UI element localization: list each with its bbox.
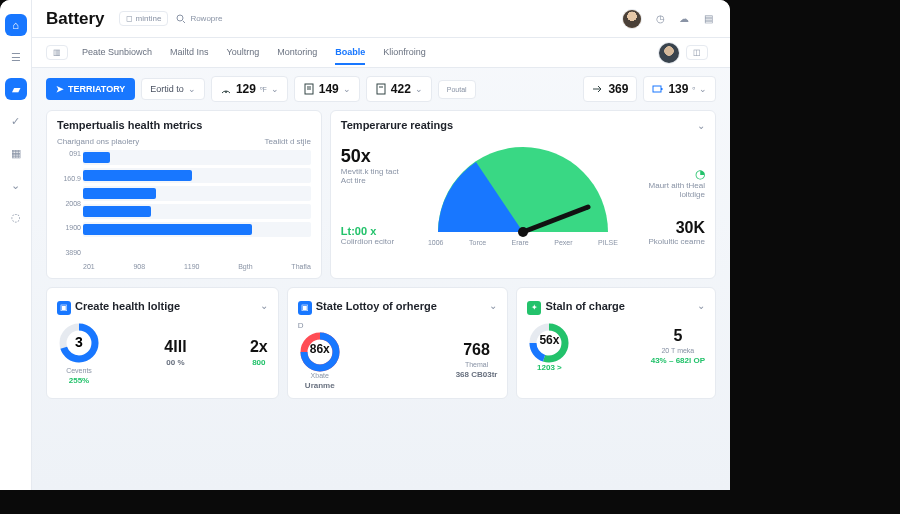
- cloud-icon[interactable]: ☁: [676, 11, 692, 27]
- nav-grid-icon[interactable]: ▦: [5, 142, 27, 164]
- svg-rect-8: [653, 86, 661, 92]
- tab-5[interactable]: Klionfroing: [383, 41, 426, 65]
- brand-title: Battery: [46, 9, 105, 29]
- metric-4[interactable]: 369: [583, 76, 637, 102]
- gauge-right-top: Maurt aith tHeal loltdige: [635, 181, 705, 199]
- card-icon: ▣: [57, 301, 71, 315]
- gauge-icon: [220, 83, 232, 95]
- svg-rect-6: [377, 84, 385, 94]
- card-icon: ▣: [298, 301, 312, 315]
- status-chip[interactable]: ◻ mintine: [119, 11, 169, 26]
- battery-icon: [652, 83, 664, 95]
- signal-icon: ◔: [635, 167, 705, 181]
- sidebar: ⌂ ☰ ▰ ✓ ▦ ⌄ ◌: [0, 0, 32, 490]
- tabs-row: ▥ Peate Sunbiowch Mailtd Ins Youltrng Mo…: [32, 38, 730, 68]
- metric-value: 768: [463, 341, 490, 359]
- card-create-health: ▣Create health loltige ⌄ 3 Cevents 255%: [46, 287, 279, 399]
- tab-config-chip[interactable]: ◫: [686, 45, 708, 60]
- tab-2[interactable]: Youltrng: [227, 41, 260, 65]
- svg-rect-9: [661, 88, 663, 90]
- metric-value: 5: [673, 327, 682, 345]
- svg-point-2: [225, 91, 227, 93]
- doc-icon: [303, 83, 315, 95]
- nav-check-icon[interactable]: ✓: [5, 110, 27, 132]
- card-temperature-readings: Temperarure reatings ⌄ 50x Mevtit.k ting…: [330, 110, 716, 279]
- expand-icon[interactable]: ⌄: [697, 120, 705, 131]
- search-input[interactable]: Rowopre: [176, 14, 222, 24]
- gauge-main-sub: Mevtit.k ting tact Act tire: [341, 167, 411, 185]
- card-state-lottoy: ▣State Lottoy of orherge ⌄ D 86x Xbate: [287, 287, 509, 399]
- card-icon: ✦: [527, 301, 541, 315]
- card-state-charge: ✦Staln of charge ⌄ 56x 1203 >: [516, 287, 716, 399]
- tab-1[interactable]: Mailtd Ins: [170, 41, 209, 65]
- card-title: Tempertualis health metrics: [57, 119, 202, 131]
- tabs: Peate Sunbiowch Mailtd Ins Youltrng Mont…: [82, 41, 426, 65]
- gauge-left-tag: Lt:00 x: [341, 225, 411, 237]
- card-health-metrics: Tempertualis health metrics Charigand on…: [46, 110, 322, 279]
- settings-icon[interactable]: ▤: [700, 11, 716, 27]
- gauge-right-value: 30K: [635, 219, 705, 237]
- gauge-left-sub: Colirdion ecitor: [341, 237, 411, 246]
- metric-1[interactable]: 149⌄: [294, 76, 360, 102]
- chevron-down-icon[interactable]: ⌄: [260, 300, 268, 311]
- svg-point-0: [177, 15, 183, 21]
- svg-line-1: [183, 21, 185, 23]
- gauge-right-sub: Pkolultic cearne: [635, 237, 705, 246]
- card-sub-right: Tealidt d stjle: [265, 137, 311, 146]
- metric-value: 2x: [250, 338, 268, 356]
- nav-home-icon[interactable]: ⌂: [5, 14, 27, 36]
- metric-5[interactable]: 139º⌄: [643, 76, 716, 102]
- metric-value: 4Ill: [164, 338, 186, 356]
- donut-chart: 3: [57, 321, 101, 365]
- arrow-icon: [592, 83, 604, 95]
- nav-more-icon[interactable]: ◌: [5, 206, 27, 228]
- toolbar: ➤ TERRIATORY Eortid to ⌄ 129ºF⌄ 149⌄ 422…: [32, 68, 730, 110]
- filter-dropdown[interactable]: Eortid to ⌄: [141, 78, 205, 100]
- card-title: Temperarure reatings: [341, 119, 453, 131]
- card-sub-left: Charigand ons plaolery: [57, 137, 139, 146]
- tab-0[interactable]: Peate Sunbiowch: [82, 41, 152, 65]
- tab-prefix-chip[interactable]: ▥: [46, 45, 68, 60]
- svg-point-11: [518, 227, 528, 237]
- chevron-down-icon[interactable]: ⌄: [489, 300, 497, 311]
- nav-chat-icon[interactable]: ▰: [5, 78, 27, 100]
- metric-0[interactable]: 129ºF⌄: [211, 76, 288, 102]
- tab-4[interactable]: Boable: [335, 41, 365, 65]
- donut-value: 3: [75, 334, 83, 350]
- doc-icon: [375, 83, 387, 95]
- metric-2[interactable]: 422⌄: [366, 76, 432, 102]
- metric-3[interactable]: Poutal: [438, 80, 476, 99]
- clock-icon[interactable]: ◷: [652, 11, 668, 27]
- avatar[interactable]: [622, 9, 642, 29]
- nav-list-icon[interactable]: ☰: [5, 46, 27, 68]
- gauge-main-value: 50x: [341, 146, 411, 167]
- gauge-chart: [428, 137, 618, 237]
- chevron-down-icon[interactable]: ⌄: [697, 300, 705, 311]
- bar-chart: 091160.9200819003890 2019081190BgthThafl…: [57, 150, 311, 270]
- nav-cart-icon[interactable]: ⌄: [5, 174, 27, 196]
- search-icon: [176, 14, 186, 24]
- avatar-secondary[interactable]: [658, 42, 680, 64]
- topbar: Battery ◻ mintine Rowopre ◷ ☁ ▤: [32, 0, 730, 38]
- primary-action-button[interactable]: ➤ TERRIATORY: [46, 78, 135, 100]
- tab-3[interactable]: Montoring: [277, 41, 317, 65]
